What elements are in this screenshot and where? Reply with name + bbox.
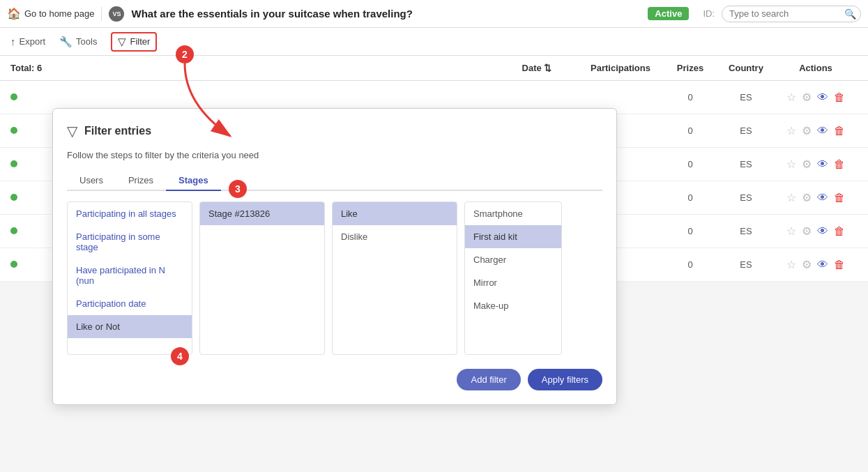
tab-stages[interactable]: Stages xyxy=(166,171,221,191)
gear-icon[interactable]: ⚙ xyxy=(802,91,812,104)
home-link[interactable]: 🏠 Go to home page xyxy=(7,7,94,20)
filter-option-first-aid-kit[interactable]: First aid kit xyxy=(465,225,561,248)
tools-label: Tools xyxy=(76,36,97,47)
eye-icon[interactable]: 👁 xyxy=(817,259,828,271)
export-label: Export xyxy=(20,36,46,47)
filter-button[interactable]: ▽ Filter xyxy=(111,32,157,52)
filter-modal: ▽ Filter entries Follow the steps to fil… xyxy=(52,108,617,405)
total-count: Total: 6 xyxy=(10,63,495,73)
eye-icon[interactable]: 👁 xyxy=(817,225,828,238)
annotation-2: 2 xyxy=(176,45,194,63)
star-icon[interactable]: ☆ xyxy=(786,158,796,171)
table-header: Total: 6 Date ⇅ Participations Prizes Co… xyxy=(0,56,868,81)
prizes-column-header: Prizes xyxy=(662,63,718,73)
status-dot xyxy=(10,127,17,134)
row-actions: ☆ ⚙ 👁 🗑 xyxy=(774,224,858,238)
active-badge: Active xyxy=(648,7,689,20)
export-button[interactable]: ↑ Export xyxy=(10,36,45,47)
annotation-3: 3 xyxy=(229,180,247,198)
star-icon[interactable]: ☆ xyxy=(786,258,796,271)
modal-footer: Add filter Apply filters xyxy=(67,369,602,390)
filter-item-participation-date[interactable]: Participation date xyxy=(68,292,192,315)
tools-button[interactable]: 🔧 Tools xyxy=(59,36,97,48)
row-prizes: 0 xyxy=(662,192,718,203)
row-actions: ☆ ⚙ 👁 🗑 xyxy=(774,158,858,171)
row-country: ES xyxy=(718,226,774,236)
star-icon[interactable]: ☆ xyxy=(786,224,796,238)
gear-icon[interactable]: ⚙ xyxy=(802,224,812,238)
row-prizes: 0 xyxy=(662,259,718,270)
trash-icon[interactable]: 🗑 xyxy=(834,125,845,137)
id-label: ID: xyxy=(703,8,715,19)
row-prizes: 0 xyxy=(662,125,718,136)
row-status xyxy=(10,159,24,169)
filter-item-n-stages[interactable]: Have participated in N (nun xyxy=(68,259,192,292)
filter-icon: ▽ xyxy=(118,36,126,48)
tab-users[interactable]: Users xyxy=(67,171,116,191)
star-icon[interactable]: ☆ xyxy=(786,124,796,137)
star-icon[interactable]: ☆ xyxy=(786,191,796,204)
eye-icon[interactable]: 👁 xyxy=(817,158,828,171)
gear-icon[interactable]: ⚙ xyxy=(802,258,812,271)
trash-icon[interactable]: 🗑 xyxy=(834,192,845,204)
modal-filter-icon: ▽ xyxy=(67,123,77,139)
eye-icon[interactable]: 👁 xyxy=(817,192,828,204)
gear-icon[interactable]: ⚙ xyxy=(802,124,812,137)
eye-icon[interactable]: 👁 xyxy=(817,125,828,137)
date-column-header: Date ⇅ xyxy=(495,63,579,73)
annotation-4: 4 xyxy=(171,347,189,365)
star-icon[interactable]: ☆ xyxy=(786,91,796,104)
filter-col-stage: Stage #213826 xyxy=(199,201,325,355)
tab-prizes[interactable]: Prizes xyxy=(116,171,166,191)
status-dot xyxy=(10,227,17,234)
trash-icon[interactable]: 🗑 xyxy=(834,259,845,271)
row-country: ES xyxy=(718,159,774,169)
participations-column-header: Participations xyxy=(579,63,662,73)
divider xyxy=(101,7,102,21)
search-icon: 🔍 xyxy=(844,8,856,20)
add-filter-button[interactable]: Add filter xyxy=(457,369,520,390)
filter-option-like[interactable]: Like xyxy=(333,202,457,225)
page-title: What are the essentials in your suitcase… xyxy=(131,8,641,20)
trash-icon[interactable]: 🗑 xyxy=(834,158,845,171)
trash-icon[interactable]: 🗑 xyxy=(834,91,845,104)
row-actions: ☆ ⚙ 👁 🗑 xyxy=(774,124,858,137)
row-country: ES xyxy=(718,259,774,270)
filter-option-mirror[interactable]: Mirror xyxy=(465,271,561,294)
modal-desc: Follow the steps to filter by the criter… xyxy=(67,150,602,160)
row-country: ES xyxy=(718,92,774,102)
row-prizes: 0 xyxy=(662,226,718,236)
row-prizes: 0 xyxy=(662,92,718,102)
filter-option-make-up[interactable]: Make-up xyxy=(465,294,561,317)
gear-icon[interactable]: ⚙ xyxy=(802,158,812,171)
trash-icon[interactable]: 🗑 xyxy=(834,225,845,238)
vs-icon: VS xyxy=(109,6,124,22)
filter-option-dislike[interactable]: Dislike xyxy=(333,225,457,248)
filter-item-all-stages[interactable]: Participating in all stages xyxy=(68,202,192,225)
row-actions: ☆ ⚙ 👁 🗑 xyxy=(774,191,858,204)
search-box[interactable]: 🔍 xyxy=(722,6,861,22)
row-status xyxy=(10,192,24,203)
filter-option-smartphone[interactable]: Smartphone xyxy=(465,202,561,225)
filter-col-items: Smartphone First aid kit Charger Mirror … xyxy=(464,201,562,355)
row-status xyxy=(10,92,24,102)
filter-option-charger[interactable]: Charger xyxy=(465,248,561,271)
status-dot xyxy=(10,261,17,268)
tools-icon: 🔧 xyxy=(59,36,73,48)
filter-item-some-stage[interactable]: Participating in some stage xyxy=(68,225,192,259)
country-column-header: Country xyxy=(718,63,774,73)
row-status xyxy=(10,125,24,136)
filter-col-like: Like Dislike xyxy=(332,201,457,355)
filter-option-stage-213826[interactable]: Stage #213826 xyxy=(200,202,324,225)
row-prizes: 0 xyxy=(662,159,718,169)
filter-tabs: Users Prizes Stages xyxy=(67,171,602,191)
eye-icon[interactable]: 👁 xyxy=(817,91,828,104)
row-status xyxy=(10,259,24,270)
search-input[interactable] xyxy=(729,8,841,19)
gear-icon[interactable]: ⚙ xyxy=(802,191,812,204)
export-icon: ↑ xyxy=(10,36,16,47)
apply-filters-button[interactable]: Apply filters xyxy=(528,369,602,390)
actions-column-header: Actions xyxy=(774,63,858,73)
status-dot xyxy=(10,93,17,100)
filter-item-like-or-not[interactable]: Like or Not xyxy=(68,315,192,338)
